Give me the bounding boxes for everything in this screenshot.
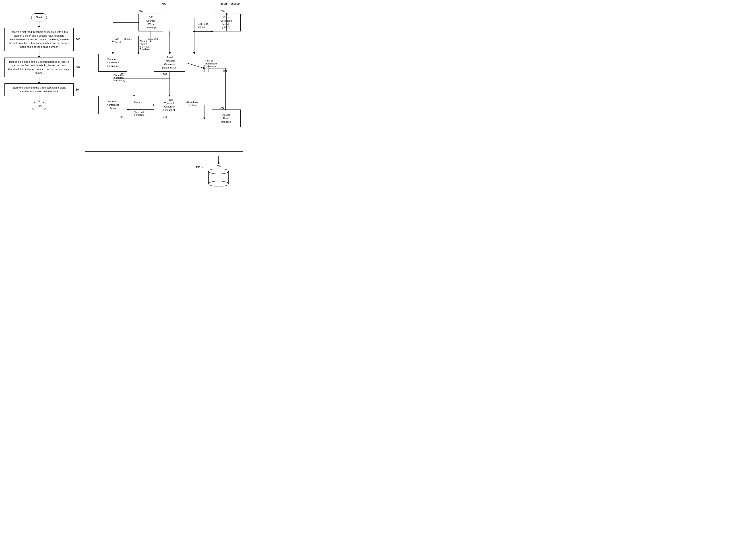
rtg-read-number: 702 [163,73,167,76]
start-label: Start [31,13,46,21]
svg-text:Values: Values [198,26,205,28]
node-302-label: 302 [76,65,80,69]
slope-calc-number: 712 [121,73,125,76]
svg-text:and Read: and Read [140,45,149,48]
sss-container: 750 Solid State Storage [203,156,234,187]
end-node: End [4,102,74,110]
svg-text:Slope and: Slope and [134,111,144,114]
rtg-read-label: Read Threshold Generator (Read Based) [162,56,177,69]
svg-text:Partial: Partial [114,41,121,43]
storage-read-label: Storage Read Interface [221,113,231,123]
slope-table-label: Slope and Y Intercept Table [107,100,119,110]
svg-text:Threshold: Threshold [140,48,150,51]
pe-counter-label: P/E Counter (Wear Leveling) [146,16,156,29]
rtg-linear-box: Read Threshold Generator (Linear Est.) [154,96,185,114]
svg-text:704: 704 [223,69,227,72]
node-304: Store the slope and the y intercept with… [4,83,74,96]
svg-text:Page #,: Page #, [140,43,147,45]
svg-text:Update: Update [124,38,132,40]
arrow-start-300 [4,21,74,28]
sss-arrow-svg [203,156,234,165]
sss-number: 750 [203,165,234,168]
start-node: Start [4,13,74,21]
diagram-container: Start Receive a first read threshold ass… [0,0,252,187]
node-304-text: Store the slope and the y intercept with… [4,83,74,96]
node-300-text: Receive a first read threshold associate… [4,28,74,51]
pe-counter-number: 710 [139,10,142,13]
svg-point-54 [208,181,228,186]
read-processor: Read Processor 700 P/E Counter (Wear Lev… [85,7,243,152]
slope-calc-label: Slope and Y Intercept Calculator [107,58,119,68]
error-correction-number: 708 [221,10,224,13]
node-304-label: 304 [76,88,80,92]
end-label: End [32,102,46,110]
cylinder-svg [207,168,230,186]
rtg-linear-label: Read Threshold Generator (Linear Est.) [163,98,176,112]
slope-table-number: 714 [120,115,123,118]
node-300-label: 300 [76,38,80,41]
storage-read-box: Storage Read Interface [212,109,241,127]
arrow-302-304 [4,77,74,83]
error-correction-label: Error Correction Decoder (LDPC) [221,16,232,29]
svg-text:(and Slope): (and Slope) [114,79,125,82]
rtg-linear-number: 716 [163,115,167,118]
arrow-304-end [4,96,74,102]
rp-title: Read Processor [220,2,241,5]
pe-counter-box: P/E Counter (Wear Leveling) [139,14,163,32]
rtg-read-box: Read Threshold Generator (Read Based) [154,54,185,72]
svg-text:(Test or: (Test or [205,60,213,62]
svg-point-17 [193,31,195,32]
svg-text:Block #: Block # [134,101,142,104]
svg-text:Full/: Full/ [114,38,119,40]
svg-line-37 [204,65,209,69]
node-302: Determine a slope and a y intercept base… [4,58,74,77]
node-300: Receive a first read threshold associate… [4,28,74,51]
svg-text:Thresholds: Thresholds [205,65,216,68]
sss-number-left: 750 ↗ [196,166,203,169]
arrow-300-302 [4,51,74,58]
svg-text:Y Intercept: Y Intercept [114,77,124,79]
error-correction-box: Error Correction Decoder (LDPC) [212,14,241,32]
left-flowchart: Start Receive a first read threshold ass… [4,13,74,110]
slope-calc-box: Slope and Y Intercept Calculator [98,54,127,72]
svg-text:Block #,: Block #, [140,40,147,43]
slope-table-box: Slope and Y Intercept Table [98,96,127,114]
rp-number: 700 [161,2,166,5]
svg-text:Block #(s): Block #(s) [147,38,158,40]
svg-text:Cell Read: Cell Read [198,22,208,25]
svg-text:(Host) Read: (Host) Read [186,101,198,104]
node-302-text: Determine a slope and a y intercept base… [4,58,74,77]
svg-text:Y Intercept: Y Intercept [134,114,144,116]
svg-line-39 [186,63,204,68]
storage-read-number: 706 [220,106,224,109]
svg-text:Thresholds: Thresholds [186,104,197,106]
svg-text:Host) Read: Host) Read [205,62,217,65]
svg-point-53 [208,168,228,174]
